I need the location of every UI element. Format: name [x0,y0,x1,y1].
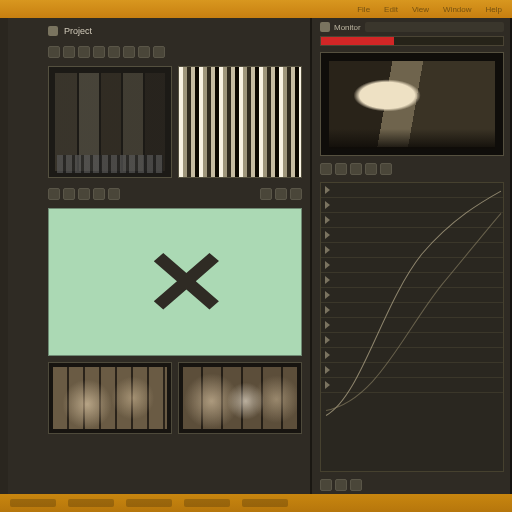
title-bar: File Edit View Window Help [0,0,512,18]
expand-icon [325,321,330,329]
properties-panel [320,182,504,472]
status-bar [0,494,512,512]
expand-icon [325,276,330,284]
clip-thumbnail[interactable] [178,66,302,178]
monitor-controls [320,160,504,178]
expand-icon [325,366,330,374]
status-seg [10,499,56,507]
property-row[interactable] [321,363,503,378]
status-seg [126,499,172,507]
program-monitor[interactable] [320,52,504,156]
property-row[interactable] [321,243,503,258]
monitor-icon [320,22,330,32]
property-row[interactable] [321,348,503,363]
filmstrip-row [48,362,302,434]
property-row[interactable] [321,318,503,333]
tool-split[interactable] [275,188,287,200]
tool-zoom[interactable] [93,188,105,200]
snap-button[interactable] [350,479,362,491]
property-row[interactable] [321,228,503,243]
tool-save[interactable] [78,46,90,58]
right-column: Monitor [310,18,510,494]
property-row[interactable] [321,378,503,393]
property-row[interactable] [321,273,503,288]
expand-icon [325,186,330,194]
expand-icon [325,216,330,224]
monitor-title: Monitor [334,23,361,32]
filmstrip-clip[interactable] [178,362,302,434]
property-row[interactable] [321,333,503,348]
tool-marker[interactable] [260,188,272,200]
clip-thumbnail[interactable] [48,66,172,178]
tool-redo[interactable] [153,46,165,58]
status-seg [184,499,230,507]
bin-thumbnails [48,66,302,178]
property-row[interactable] [321,288,503,303]
project-panel-title: Project [64,26,302,36]
placeholder-logo-icon: ✕ [142,230,208,335]
stop-button[interactable] [335,163,347,175]
monitor-header: Monitor [320,22,504,32]
expand-icon [325,351,330,359]
expand-icon [325,246,330,254]
tool-select[interactable] [48,188,60,200]
tool-trim[interactable] [78,188,90,200]
prev-frame-button[interactable] [350,163,362,175]
status-seg [242,499,288,507]
expand-icon [325,381,330,389]
tool-link[interactable] [290,188,302,200]
menu-view[interactable]: View [412,5,429,14]
expand-icon [325,291,330,299]
tool-hand[interactable] [108,188,120,200]
tool-move[interactable] [63,188,75,200]
tool-cut[interactable] [93,46,105,58]
property-row[interactable] [321,213,503,228]
tool-paste[interactable] [123,46,135,58]
expand-icon [325,306,330,314]
play-button[interactable] [320,163,332,175]
menu-file[interactable]: File [357,5,370,14]
property-row[interactable] [321,183,503,198]
render-progress[interactable] [320,36,504,46]
graph-button[interactable] [335,479,347,491]
left-column: Project ✕ [8,18,310,494]
tool-undo[interactable] [138,46,150,58]
tool-new[interactable] [48,46,60,58]
menu-window[interactable]: Window [443,5,471,14]
menu-edit[interactable]: Edit [384,5,398,14]
panel-icon [48,26,58,36]
expand-icon [325,261,330,269]
loop-button[interactable] [380,163,392,175]
tool-open[interactable] [63,46,75,58]
tool-copy[interactable] [108,46,120,58]
next-frame-button[interactable] [365,163,377,175]
property-row[interactable] [321,258,503,273]
timeline-controls [320,476,504,494]
project-panel-header: Project [48,24,302,38]
property-row[interactable] [321,198,503,213]
source-preview[interactable]: ✕ [48,208,302,356]
expand-icon [325,336,330,344]
main-toolbar [48,44,302,60]
expand-icon [325,201,330,209]
status-seg [68,499,114,507]
expand-icon [325,231,330,239]
preview-toolbar [48,184,302,202]
keyframe-button[interactable] [320,479,332,491]
workspace: Project ✕ [0,18,512,494]
filmstrip-clip[interactable] [48,362,172,434]
property-row[interactable] [321,303,503,318]
header-seg [365,22,504,32]
render-progress-bar [321,37,394,45]
menu-help[interactable]: Help [486,5,502,14]
